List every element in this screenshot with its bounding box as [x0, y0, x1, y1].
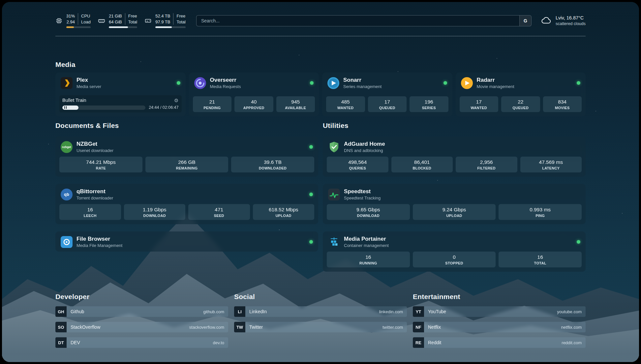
bookmark-url: dev.to — [213, 340, 224, 345]
bookmark-abbr: YT — [413, 306, 424, 317]
disk-widget: 52.4 TB 97.9 TB Free Total — [144, 13, 186, 28]
weather-location-temp: Lviv, 16.87°C — [556, 15, 586, 21]
section-title-developer: Developer — [55, 293, 228, 301]
stat-label: PING — [500, 214, 580, 218]
stat-label: QUEUED — [503, 106, 539, 110]
stat-tile: 39.6 TB DOWNLOADED — [231, 157, 314, 172]
section-title-social: Social — [234, 293, 407, 301]
card-plex[interactable]: Plex Media server Bullet Train ⚙ — [55, 73, 186, 116]
disk-readout: 52.4 TB 97.9 TB Free Total — [155, 13, 186, 25]
bookmark-name: YouTube — [428, 309, 446, 314]
card-overseerr[interactable]: Overseerr Media Requests 21 PENDING 40 A… — [189, 73, 319, 116]
stat-value: 40 — [236, 99, 272, 105]
stat-value: 47.569 ms — [522, 159, 581, 165]
card-adguard[interactable]: AdGuard Home DNS and adblocking 498,564 … — [323, 136, 586, 177]
bookmark-linkedin[interactable]: LI LinkedIn linkedin.com — [234, 306, 407, 317]
cpu-usage-label: CPU — [81, 13, 91, 19]
bookmark-youtube[interactable]: YT YouTube youtube.com — [413, 306, 586, 317]
card-portainer[interactable]: Media Portainer Container management 16 … — [323, 231, 586, 272]
search-engine-button[interactable]: G — [519, 15, 531, 26]
app-name: Overseerr — [210, 77, 241, 83]
stat-tile: 266 GB REMAINING — [145, 157, 229, 172]
card-filebrowser[interactable]: File Browser Media File Management — [55, 231, 318, 252]
stat-tile: 744.21 Mbps RATE — [59, 157, 142, 172]
stat-tile: 618.52 Mbps UPLOAD — [253, 204, 315, 220]
cpu-usage-bar-fill — [66, 26, 74, 28]
card-qbittorrent[interactable]: qb qBittorrent Torrent downloader 16 LEE… — [55, 184, 318, 224]
documents-column: Documents & Files nzbget NZBGet Usenet d… — [55, 122, 318, 272]
stat-label: WANTED — [327, 106, 364, 110]
app-name: qBittorrent — [76, 188, 113, 195]
app-subtitle: Movie management — [477, 84, 514, 89]
app-subtitle: Usenet downloader — [76, 148, 113, 153]
stat-tile: 485 WANTED — [326, 96, 365, 112]
dashboard-window: 31% 2.94 CPU Load — [2, 2, 639, 362]
stat-value: 22 — [503, 99, 539, 105]
stat-tile: 16 RUNNING — [327, 252, 410, 267]
stat-label: UPLOAD — [414, 214, 495, 218]
stat-label: UPLOAD — [254, 214, 313, 218]
overseerr-icon — [194, 77, 206, 89]
playback-progress-bar[interactable] — [62, 106, 145, 110]
app-subtitle: DNS and adblocking — [344, 148, 385, 153]
speedtest-icon — [328, 189, 340, 200]
weather-condition: scattered clouds — [556, 21, 586, 27]
ram-readout: 21 GiB 64 GiB Free Total — [109, 13, 137, 25]
section-title-entertainment: Entertainment — [413, 293, 586, 301]
qbittorrent-icon: qb — [61, 189, 73, 200]
gear-icon[interactable]: ⚙ — [174, 98, 178, 103]
disk-total-label: Total — [176, 19, 185, 25]
bookmark-twitter[interactable]: TW Twitter twitter.com — [234, 322, 407, 332]
card-nzbget[interactable]: nzbget NZBGet Usenet downloader 744.21 M… — [55, 136, 318, 177]
stat-tile: 40 APPROVED — [234, 96, 273, 112]
bookmark-url: youtube.com — [557, 309, 582, 314]
bookmarks-social: Social LI LinkedIn linkedin.com TW Twitt… — [234, 293, 407, 353]
stat-label: AVAILABLE — [278, 106, 314, 110]
card-speedtest[interactable]: Speedtest Speedtest Tracking 9.65 Gbps D… — [323, 184, 586, 224]
bookmark-stackoverflow[interactable]: SO StackOverflow stackoverflow.com — [55, 322, 228, 332]
bookmark-reddit[interactable]: RE Reddit reddit.com — [413, 337, 586, 348]
card-sonarr[interactable]: Sonarr Series management 485 WANTED 17 Q… — [322, 73, 452, 116]
bookmark-url: twitter.com — [382, 325, 403, 330]
stat-label: REMAINING — [147, 166, 227, 170]
stat-value: 471 — [190, 207, 249, 213]
app-name: Plex — [76, 77, 101, 83]
cpu-widget: 31% 2.94 CPU Load — [55, 13, 91, 28]
bookmark-name: Github — [71, 309, 84, 314]
bookmark-url: reddit.com — [562, 340, 582, 345]
radarr-icon — [461, 77, 473, 89]
stat-tile: 2,956 FILTERED — [456, 157, 517, 172]
ram-usage-bar — [109, 26, 137, 28]
ram-icon — [98, 17, 105, 24]
weather-widget: Lviv, 16.87°C scattered clouds — [541, 15, 586, 27]
bookmarks-entertainment: Entertainment YT YouTube youtube.com NF … — [413, 293, 586, 353]
bookmark-abbr: LI — [234, 306, 245, 317]
status-dot — [177, 81, 180, 85]
bookmark-abbr: SO — [55, 322, 67, 332]
card-radarr[interactable]: Radarr Movie management 17 WANTED 22 QUE… — [456, 73, 586, 116]
pause-icon[interactable] — [64, 106, 67, 109]
cpu-readout: 31% 2.94 CPU Load — [66, 13, 91, 25]
playback-progress-fill — [62, 106, 78, 110]
bookmark-github[interactable]: GH Github github.com — [55, 306, 228, 317]
stat-value: 485 — [327, 99, 364, 105]
bookmark-url: github.com — [203, 309, 224, 314]
now-playing-title: Bullet Train — [62, 98, 86, 103]
stat-value: 1.19 Gbps — [125, 207, 184, 213]
stat-label: QUEUED — [369, 106, 406, 110]
stat-label: LATENCY — [522, 166, 581, 170]
bookmark-netflix[interactable]: NF Netflix netflix.com — [413, 322, 586, 332]
stat-tile: 834 MOVIES — [543, 96, 582, 112]
stat-value: 16 — [61, 207, 120, 213]
stat-tile: 86,401 BLOCKED — [391, 157, 453, 172]
section-title-utilities: Utilities — [323, 122, 586, 130]
stat-value: 39.6 TB — [232, 159, 313, 165]
bookmark-url: stackoverflow.com — [189, 325, 224, 330]
stat-label: LEECH — [61, 214, 120, 218]
search-input[interactable] — [196, 15, 532, 26]
ram-free-label: Free — [128, 13, 137, 19]
stat-label: RUNNING — [328, 261, 409, 265]
bookmark-url: linkedin.com — [379, 309, 403, 314]
bookmark-dev[interactable]: DT DEV dev.to — [55, 337, 228, 348]
section-title-media: Media — [55, 61, 586, 69]
